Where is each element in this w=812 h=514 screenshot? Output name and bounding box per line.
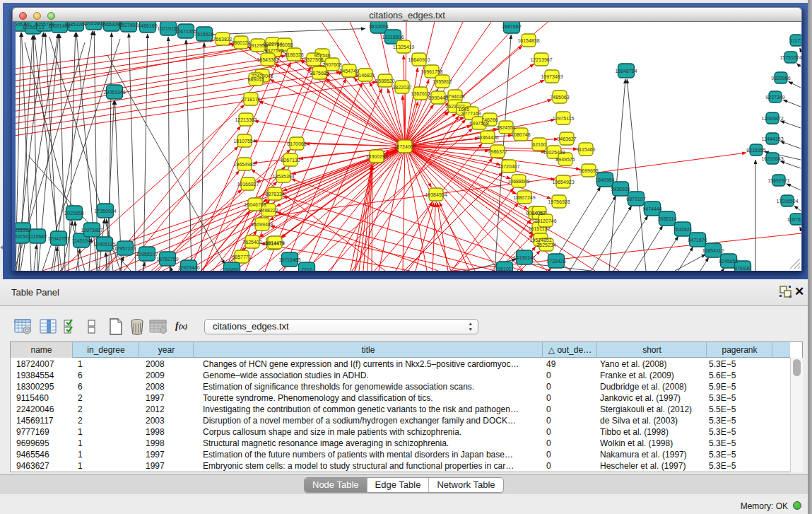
svg-text:5938928: 5938928 (611, 187, 630, 192)
svg-text:6794028: 6794028 (445, 94, 464, 99)
svg-text:10973493: 10973493 (541, 74, 563, 79)
svg-text:10046768: 10046768 (244, 202, 266, 207)
svg-text:18300295: 18300295 (365, 154, 387, 159)
svg-text:9463627: 9463627 (557, 136, 576, 141)
svg-text:16154838: 16154838 (517, 38, 539, 43)
svg-text:12093872: 12093872 (761, 116, 783, 121)
svg-text:9146821: 9146821 (355, 73, 375, 78)
svg-text:7632621: 7632621 (673, 227, 692, 232)
svg-text:9327575: 9327575 (264, 48, 283, 53)
svg-text:15692971: 15692971 (767, 178, 789, 183)
svg-text:12213967: 12213967 (530, 57, 552, 62)
svg-text:39154: 39154 (16, 234, 28, 239)
svg-text:3875685: 3875685 (310, 71, 329, 76)
svg-text:10767: 10767 (532, 211, 546, 216)
svg-text:7955812: 7955812 (433, 79, 452, 84)
svg-text:2887682: 2887682 (502, 24, 521, 29)
svg-text:11171: 11171 (790, 38, 801, 43)
svg-text:10025438: 10025438 (543, 150, 565, 155)
svg-text:12975115: 12975115 (553, 116, 575, 121)
svg-text:19166827: 19166827 (237, 182, 259, 187)
svg-text:8186328: 8186328 (284, 52, 303, 57)
svg-text:3824554: 3824554 (496, 125, 515, 130)
svg-text:8949575: 8949575 (555, 157, 575, 162)
svg-text:15720407: 15720407 (498, 164, 519, 169)
svg-text:16671355: 16671355 (175, 29, 196, 34)
svg-text:9115460: 9115460 (577, 147, 596, 152)
svg-text:835061: 835061 (16, 228, 31, 233)
svg-text:12942757: 12942757 (47, 236, 69, 241)
svg-text:1733426: 1733426 (546, 259, 565, 264)
svg-text:1145194: 1145194 (72, 238, 91, 243)
svg-text:989015: 989015 (247, 77, 264, 82)
svg-text:10654112: 10654112 (702, 248, 724, 253)
svg-text:11325419: 11325419 (393, 45, 415, 49)
svg-text:1588520: 1588520 (375, 78, 394, 83)
svg-text:14099489: 14099489 (251, 222, 273, 227)
svg-text:9857771: 9857771 (232, 255, 251, 259)
svg-text:16210643: 16210643 (761, 156, 783, 161)
svg-text:8813054: 8813054 (369, 24, 388, 29)
svg-text:10688609: 10688609 (507, 179, 529, 184)
svg-text:18107554: 18107554 (233, 139, 255, 144)
svg-text:1527602: 1527602 (119, 23, 138, 28)
svg-text:976930: 976930 (734, 266, 751, 271)
svg-text:16782759: 16782759 (156, 257, 178, 262)
svg-text:18640910: 18640910 (408, 57, 430, 62)
svg-text:17359924: 17359924 (94, 209, 116, 214)
svg-text:19654923: 19654923 (552, 180, 574, 185)
svg-text:62160: 62160 (532, 142, 546, 147)
svg-text:1115682: 1115682 (28, 234, 47, 239)
svg-text:12213363: 12213363 (235, 117, 257, 122)
svg-text:3822037: 3822037 (392, 85, 411, 90)
svg-text:9777169: 9777169 (461, 111, 481, 116)
svg-text:8267130: 8267130 (281, 158, 300, 163)
svg-text:16543362: 16543362 (257, 57, 278, 62)
svg-text:15716485: 15716485 (278, 257, 300, 262)
svg-text:19218506: 19218506 (382, 35, 404, 40)
svg-text:12923446: 12923446 (177, 265, 199, 270)
svg-text:17957223: 17957223 (114, 246, 136, 251)
svg-text:17016504: 17016504 (776, 199, 798, 204)
svg-text:2935114: 2935114 (658, 216, 677, 221)
svg-text:9498222: 9498222 (259, 208, 278, 213)
svg-text:7625402: 7625402 (242, 240, 261, 245)
svg-text:16648784: 16648784 (615, 69, 637, 74)
svg-text:7515526: 7515526 (194, 32, 213, 37)
svg-text:10958107: 10958107 (136, 252, 158, 257)
svg-text:8215955: 8215955 (746, 148, 765, 153)
svg-text:1167533: 1167533 (787, 217, 801, 222)
svg-text:10961758: 10961758 (420, 69, 442, 74)
svg-text:2525234: 2525234 (536, 243, 555, 247)
svg-text:20364436: 20364436 (476, 135, 498, 140)
svg-text:9699695: 9699695 (579, 168, 598, 173)
svg-text:19756928: 19756928 (548, 199, 570, 204)
svg-text:2718176: 2718176 (241, 97, 260, 102)
svg-text:9245652: 9245652 (719, 259, 738, 264)
svg-text:2907608: 2907608 (322, 62, 341, 67)
svg-text:6879197: 6879197 (626, 197, 645, 201)
svg-text:10975887: 10975887 (81, 228, 102, 233)
svg-text:18807249: 18807249 (513, 195, 535, 200)
svg-text:6170068: 6170068 (287, 141, 306, 146)
svg-text:6914479: 6914479 (265, 240, 284, 245)
svg-text:15751074: 15751074 (779, 55, 801, 60)
svg-text:746266: 746266 (481, 117, 498, 122)
svg-text:9227349: 9227349 (765, 95, 784, 100)
svg-text:1080748: 1080748 (511, 132, 530, 137)
svg-text:9474444: 9474444 (642, 206, 661, 211)
svg-text:12905135: 12905135 (93, 242, 115, 247)
svg-text:7663822: 7663822 (213, 37, 232, 42)
svg-text:19524851: 19524851 (529, 238, 551, 243)
svg-text:1362615: 1362615 (411, 91, 430, 96)
svg-text:92450: 92450 (225, 267, 239, 271)
svg-text:29053346: 29053346 (103, 90, 125, 95)
svg-text:8471676: 8471676 (688, 238, 707, 243)
svg-text:16120746: 16120746 (534, 218, 556, 223)
svg-text:7485063: 7485063 (550, 95, 569, 100)
svg-text:7986372: 7986372 (488, 149, 507, 154)
svg-text:2020658: 2020658 (64, 211, 83, 216)
svg-text:13535394: 13535394 (272, 174, 294, 179)
svg-text:7216: 7216 (301, 267, 312, 271)
svg-text:19384554: 19384554 (425, 192, 447, 197)
